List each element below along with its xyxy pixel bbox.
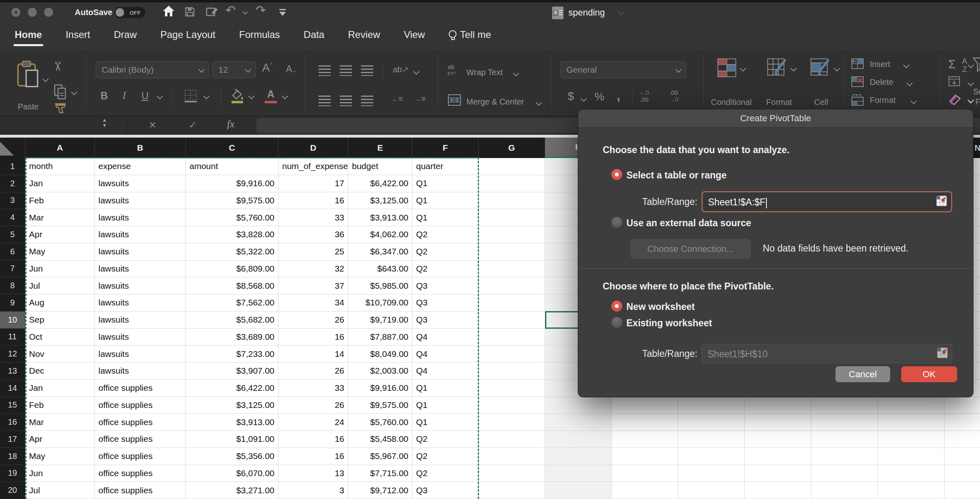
- cell-D6[interactable]: 25: [278, 243, 348, 261]
- insert-cells-icon[interactable]: [851, 58, 864, 71]
- cell-C13[interactable]: $3,907.00: [186, 363, 278, 380]
- orientation-chevron-icon[interactable]: [413, 69, 420, 75]
- cell-B10[interactable]: lawsuits: [95, 312, 186, 329]
- cell-A16[interactable]: Mar: [25, 414, 95, 431]
- row-header-16[interactable]: 16: [0, 414, 25, 431]
- cell-G17[interactable]: [479, 431, 545, 448]
- existing-range-input[interactable]: Sheet1!$H$10: [702, 344, 952, 363]
- cancel-button[interactable]: Cancel: [835, 366, 890, 382]
- format-chevron-icon[interactable]: [911, 98, 917, 105]
- row-header-5[interactable]: 5: [0, 226, 25, 243]
- row-header-13[interactable]: 13: [0, 363, 25, 380]
- cell-D12[interactable]: 14: [278, 345, 348, 363]
- cell-styles-icon[interactable]: [810, 58, 831, 79]
- ok-button[interactable]: OK: [901, 366, 957, 382]
- cell-B9[interactable]: lawsuits: [95, 294, 186, 312]
- cell-F17[interactable]: Q2: [412, 431, 479, 448]
- cell-D17[interactable]: 16: [278, 431, 348, 448]
- row-header-19[interactable]: 19: [0, 465, 25, 482]
- font-size-select[interactable]: 12: [212, 61, 256, 78]
- cell-D16[interactable]: 24: [278, 414, 348, 431]
- column-header-A[interactable]: A: [25, 138, 95, 158]
- cell-B11[interactable]: lawsuits: [95, 329, 186, 346]
- cell-D2[interactable]: 17: [278, 175, 348, 192]
- cell-H17[interactable]: [545, 431, 612, 448]
- decrease-indent-icon[interactable]: ←≡: [391, 95, 403, 103]
- customize-toolbar-icon[interactable]: [279, 9, 286, 16]
- cell-A9[interactable]: Aug: [25, 294, 95, 312]
- cell-C8[interactable]: $8,568.00: [186, 277, 278, 294]
- save-icon[interactable]: [185, 7, 195, 19]
- orientation-icon[interactable]: ab↗: [393, 65, 409, 74]
- cell-I15[interactable]: [612, 397, 678, 414]
- cell-G8[interactable]: [479, 277, 545, 294]
- cell-F18[interactable]: Q2: [412, 448, 479, 465]
- row-header-20[interactable]: 20: [0, 482, 25, 499]
- cell-C1[interactable]: amount: [186, 158, 278, 175]
- insert-chevron-icon[interactable]: [903, 62, 910, 69]
- cell-G2[interactable]: [479, 175, 545, 192]
- cell-G18[interactable]: [479, 448, 545, 465]
- cell-J16[interactable]: [678, 414, 745, 431]
- cell-F16[interactable]: Q1: [412, 414, 479, 431]
- tab-data[interactable]: Data: [304, 29, 325, 40]
- row-header-9[interactable]: 9: [0, 294, 25, 312]
- cell-E18[interactable]: $5,967.00: [348, 448, 412, 465]
- undo-chevron-icon[interactable]: [243, 9, 248, 15]
- cell-C11[interactable]: $3,689.00: [186, 329, 278, 346]
- cell-M19[interactable]: [878, 465, 944, 482]
- delete-chevron-icon[interactable]: [906, 80, 913, 87]
- cell-B20[interactable]: office supplies: [95, 482, 186, 499]
- conditional-formatting-chevron-icon[interactable]: [740, 65, 746, 72]
- cell-N17[interactable]: [944, 431, 980, 448]
- align-right-icon[interactable]: [361, 96, 373, 106]
- cell-N18[interactable]: [944, 448, 980, 465]
- font-name-select[interactable]: Calibri (Body): [96, 61, 209, 78]
- confirm-entry-icon[interactable]: ✓: [189, 119, 197, 131]
- underline-icon[interactable]: U: [141, 90, 149, 102]
- cell-G6[interactable]: [479, 243, 545, 261]
- cell-D3[interactable]: 16: [278, 192, 348, 209]
- cell-D11[interactable]: 16: [278, 329, 348, 346]
- merge-center-icon[interactable]: [448, 94, 461, 108]
- delete-label[interactable]: Delete: [870, 78, 893, 87]
- cell-E3[interactable]: $3,125.00: [348, 192, 412, 209]
- cell-G20[interactable]: [479, 482, 545, 499]
- cell-K16[interactable]: [745, 414, 811, 431]
- cell-M18[interactable]: [878, 448, 944, 465]
- tab-tell-me[interactable]: Tell me: [449, 29, 491, 40]
- undo-icon[interactable]: ↶: [225, 4, 236, 16]
- cell-F2[interactable]: Q1: [412, 175, 479, 192]
- row-header-3[interactable]: 3: [0, 192, 25, 209]
- cell-D18[interactable]: 16: [278, 448, 348, 465]
- cell-E16[interactable]: $5,760.00: [348, 414, 412, 431]
- cell-E10[interactable]: $9,719.00: [348, 312, 412, 329]
- tab-insert[interactable]: Insert: [66, 29, 90, 40]
- delete-cells-icon[interactable]: [851, 76, 864, 89]
- cell-E15[interactable]: $9,575.00: [348, 397, 412, 414]
- autosave-toggle[interactable]: OFF: [114, 7, 145, 18]
- cell-E2[interactable]: $6,422.00: [348, 175, 412, 192]
- cell-E13[interactable]: $2,003.00: [348, 363, 412, 380]
- cell-N20[interactable]: [944, 482, 980, 499]
- cell-A19[interactable]: Jun: [25, 465, 95, 482]
- increase-indent-icon[interactable]: →≡: [414, 95, 426, 103]
- row-header-10[interactable]: 10: [0, 312, 25, 329]
- row-header-17[interactable]: 17: [0, 431, 25, 448]
- row-header-4[interactable]: 4: [0, 209, 25, 226]
- cell-M15[interactable]: [878, 397, 944, 414]
- cell-I20[interactable]: [612, 482, 678, 499]
- cell-C7[interactable]: $6,809.00: [186, 261, 278, 278]
- cell-D8[interactable]: 37: [278, 277, 348, 294]
- autosum-icon[interactable]: Σ: [948, 57, 956, 71]
- cell-B14[interactable]: office supplies: [95, 380, 186, 397]
- fx-icon[interactable]: fx: [227, 118, 234, 130]
- cell-B16[interactable]: office supplies: [95, 414, 186, 431]
- increase-decimal-icon[interactable]: .00→0: [669, 89, 678, 103]
- tab-page-layout[interactable]: Page Layout: [160, 29, 216, 40]
- cell-A10[interactable]: Sep: [25, 312, 95, 329]
- cell-L20[interactable]: [811, 482, 878, 499]
- cell-B15[interactable]: office supplies: [95, 397, 186, 414]
- cell-F7[interactable]: Q2: [412, 261, 479, 278]
- row-header-6[interactable]: 6: [0, 243, 25, 261]
